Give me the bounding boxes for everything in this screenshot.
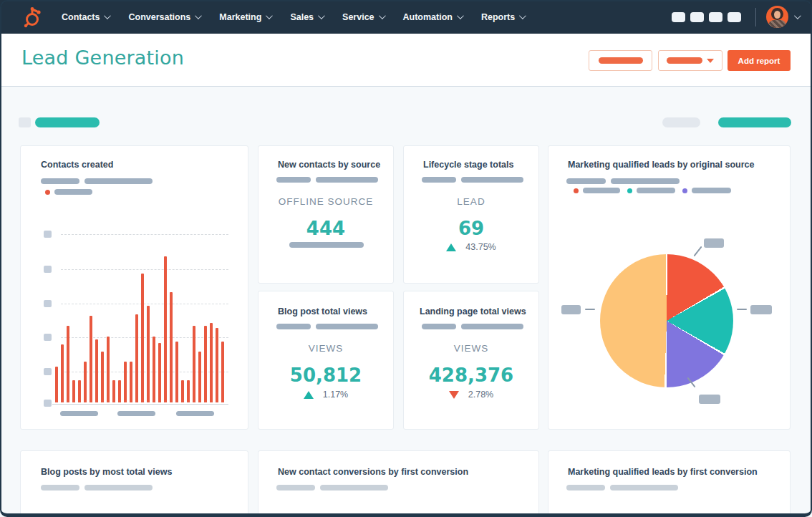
card-subtitle-placeholder [276,324,378,329]
filter-teal-pill[interactable] [35,117,100,127]
card-title: Marketing qualified leads by first conve… [568,467,758,477]
header-dropdown-button[interactable] [658,50,722,71]
card-title: Blog post total views [278,306,367,317]
legend-dot-orange [45,190,50,195]
nav-item-label: Automation [403,12,453,22]
top-navigation-bar: Contacts Conversations Marketing Sales S… [0,0,812,34]
card-new-contacts-by-source[interactable]: New contacts by source OFFLINE SOURCE 44… [258,145,394,284]
nav-item-automation[interactable]: Automation [403,12,462,22]
nav-action-placeholder-icon[interactable] [672,12,685,22]
card-landing-page-total-views[interactable]: Landing page total views VIEWS 428,376 2… [403,291,539,430]
card-title: New contacts by source [278,160,380,170]
gridline [61,234,228,235]
hubspot-logo-icon[interactable] [20,6,43,29]
card-mql-by-first-conversion[interactable]: Marketing qualified leads by first conve… [548,450,791,517]
card-lifecycle-stage-totals[interactable]: Lifecycle stage totals LEAD 69 43.75% [403,145,539,284]
card-subtitle-placeholder [41,485,153,491]
bar [175,342,178,402]
nav-item-service[interactable]: Service [342,12,383,22]
card-title: New contact conversions by first convers… [278,467,468,477]
bar [55,367,58,402]
x-tick-placeholder [60,411,98,416]
card-subtitle-placeholder [566,485,678,491]
pie-callout-placeholder [699,395,720,404]
nav-item-label: Reports [481,12,515,22]
bar [147,306,150,402]
bar [67,326,69,402]
nav-item-label: Marketing [219,12,261,22]
bar [101,352,104,402]
placeholder-pill [461,177,523,183]
legend-dot-orange [574,188,579,193]
card-subtitle-placeholder [276,485,388,491]
placeholder-pill [610,485,678,491]
nav-item-marketing[interactable]: Marketing [219,12,271,22]
placeholder-pill [422,324,456,329]
metric-value: 444 [258,218,393,239]
bar [72,380,75,402]
placeholder-pill [316,324,378,329]
metric-delta: 43.75% [404,242,538,252]
user-avatar[interactable] [766,6,788,28]
card-contacts-created[interactable]: Contacts created [20,145,248,430]
y-tick-placeholder [44,334,52,341]
header-action-button-1[interactable] [589,50,652,71]
chevron-down-icon [378,12,385,19]
nav-item-label: Contacts [62,12,100,22]
x-axis-line [52,404,228,405]
chevron-down-icon [318,12,325,19]
dropdown-triangle-icon [707,59,714,63]
bar [78,380,81,402]
metric-value: 69 [404,218,538,239]
nav-item-conversations[interactable]: Conversations [128,12,200,22]
card-mql-by-original-source[interactable]: Marketing qualified leads by original so… [548,145,791,430]
card-blog-posts-by-most-total-views[interactable]: Blog posts by most total views [20,450,248,517]
card-subtitle-placeholder [422,177,523,183]
nav-item-label: Service [342,12,374,22]
filter-gray-pill[interactable] [662,117,700,127]
filter-right-group [662,117,791,127]
pie-callout-placeholder [750,305,772,314]
y-tick-placeholder [44,266,52,273]
nav-action-placeholder-icon[interactable] [728,12,741,22]
filter-teal-pill[interactable] [718,117,791,127]
chevron-down-icon [457,12,464,19]
nav-action-placeholder-icon[interactable] [690,12,704,22]
card-subtitle-placeholder [276,177,378,183]
nav-action-placeholder-icon[interactable] [709,12,722,22]
pie-callout-placeholder [704,238,724,248]
bar [193,326,195,402]
delta-triangle-icon [449,391,459,399]
chevron-down-icon [266,12,273,19]
nav-item-label: Conversations [128,12,190,22]
y-tick-placeholder [44,368,52,375]
contacts-created-bar-plot [55,256,224,402]
account-chevron-down-icon[interactable] [794,12,801,19]
nav-item-reports[interactable]: Reports [481,12,524,22]
avatar-face [774,11,780,19]
card-new-contact-conversions[interactable]: New contact conversions by first convers… [258,450,539,517]
x-tick-placeholder [176,411,214,416]
card-blog-post-total-views[interactable]: Blog post total views VIEWS 50,812 1.17% [258,291,394,430]
nav-item-contacts[interactable]: Contacts [62,12,109,22]
legend-label-placeholder [583,188,620,193]
card-title: Landing page total views [420,306,526,317]
filter-checkbox-placeholder[interactable] [19,117,31,127]
nav-item-sales[interactable]: Sales [290,12,323,22]
bar [61,344,64,402]
add-report-button[interactable]: Add report [728,50,791,71]
placeholder-pill [84,485,153,491]
metric-value: 428,376 [404,364,538,386]
delta-value: 1.17% [323,390,348,400]
pie-callout-line [737,309,747,310]
bar [107,337,110,402]
placeholder-pill [566,485,605,491]
nav-divider [755,8,756,26]
dashboard-content: Contacts created New contacts by sourc [0,87,812,517]
button-label-placeholder [599,57,643,64]
main-menu: Contacts Conversations Marketing Sales S… [62,0,524,34]
bar [124,362,127,402]
bar [221,342,224,402]
delta-value: 43.75% [465,242,496,252]
bar [216,328,218,402]
